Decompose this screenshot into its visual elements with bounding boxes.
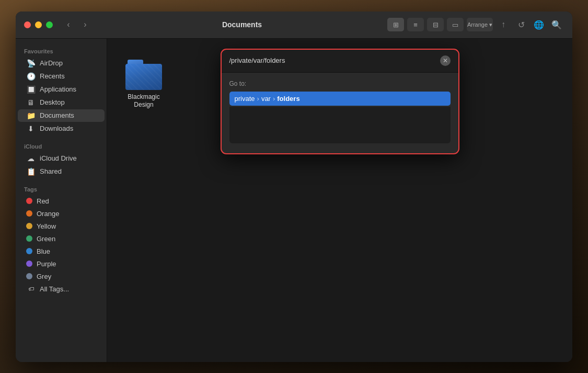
desktop-icon: 🖥 — [26, 98, 36, 107]
goto-close-button[interactable]: ✕ — [440, 55, 451, 66]
applications-icon: 🔲 — [26, 85, 36, 94]
breadcrumb-part-folders: folders — [277, 95, 299, 103]
sidebar-item-applications[interactable]: 🔲 Applications — [18, 83, 105, 96]
sidebar-item-recents[interactable]: 🕐 Recents — [18, 70, 105, 83]
recents-icon: 🕐 — [26, 72, 36, 81]
airdrop-icon[interactable]: 🌐 — [532, 18, 546, 31]
sidebar-item-all-tags[interactable]: 🏷 All Tags... — [18, 283, 105, 295]
rotate-icon[interactable]: ↺ — [514, 18, 528, 31]
sidebar-item-label: Documents — [40, 111, 74, 119]
yellow-dot — [26, 223, 32, 229]
goto-input-row[interactable]: private › var › folders — [229, 92, 451, 106]
nav-buttons: ‹ › — [61, 19, 93, 30]
breadcrumb-part-private: private — [235, 95, 255, 103]
maximize-button[interactable] — [46, 21, 53, 28]
sidebar-item-tag-yellow[interactable]: Yellow — [18, 220, 105, 232]
sidebar-item-label: Recents — [40, 72, 65, 80]
sidebar-item-label: Orange — [37, 210, 59, 218]
sidebar-item-label: Red — [37, 197, 49, 205]
sidebar-item-icloud-drive[interactable]: ☁ iCloud Drive — [18, 152, 105, 165]
purple-dot — [26, 261, 32, 267]
sidebar-item-label: Shared — [40, 167, 62, 175]
sidebar-item-label: Blue — [37, 247, 50, 255]
icloud-title: iCloud — [16, 140, 107, 152]
back-button[interactable]: ‹ — [61, 19, 76, 30]
window-title: Documents — [97, 20, 387, 29]
sidebar-item-label: Purple — [37, 260, 56, 268]
view-icon-grid[interactable]: ⊞ — [387, 18, 404, 31]
sidebar-item-airdrop[interactable]: 📡 AirDrop — [18, 57, 105, 70]
sidebar-item-tag-blue[interactable]: Blue — [18, 245, 105, 257]
sidebar-item-tag-green[interactable]: Green — [18, 233, 105, 245]
finder-window: ‹ › Documents ⊞ ≡ ⊟ ▭ Arrange ▾ ↑ ↺ 🌐 🔍 … — [16, 12, 572, 362]
goto-overlay: /private/var/folders ✕ Go to: private › … — [107, 39, 572, 362]
orange-dot — [26, 210, 32, 217]
forward-button[interactable]: › — [78, 19, 93, 30]
breadcrumb-part-var: var — [261, 95, 271, 103]
airdrop-icon: 📡 — [26, 59, 36, 67]
sidebar-item-shared[interactable]: 📋 Shared — [18, 165, 105, 178]
sidebar-item-tag-red[interactable]: Red — [18, 195, 105, 207]
shared-icon: 📋 — [26, 167, 36, 176]
goto-body: Go to: private › var › folders — [221, 73, 459, 154]
green-dot — [26, 235, 32, 242]
sidebar-item-label: Downloads — [40, 125, 73, 132]
toolbar-right: ⊞ ≡ ⊟ ▭ Arrange ▾ ↑ ↺ 🌐 🔍 — [387, 18, 564, 31]
sidebar: Favourites 📡 AirDrop 🕐 Recents 🔲 Applica… — [16, 39, 107, 362]
icloud-drive-icon: ☁ — [26, 154, 36, 163]
sidebar-item-label: Grey — [37, 273, 51, 280]
downloads-icon: ⬇ — [26, 125, 36, 133]
favourites-title: Favourites — [16, 45, 107, 56]
view-icon-gallery[interactable]: ▭ — [447, 18, 464, 31]
window-buttons — [24, 21, 53, 28]
close-button[interactable] — [24, 21, 31, 28]
sidebar-item-label: Yellow — [37, 222, 56, 230]
documents-icon: 📁 — [26, 111, 36, 120]
search-icon[interactable]: 🔍 — [549, 18, 564, 31]
sidebar-item-label: iCloud Drive — [40, 154, 77, 162]
sidebar-item-desktop[interactable]: 🖥 Desktop — [18, 96, 105, 109]
grey-dot — [26, 273, 32, 279]
sidebar-item-label: Applications — [40, 85, 76, 93]
all-tags-icon: 🏷 — [26, 286, 36, 292]
view-icon-column[interactable]: ⊟ — [427, 18, 444, 31]
sidebar-item-label: Desktop — [40, 98, 65, 106]
sidebar-item-tag-orange[interactable]: Orange — [18, 208, 105, 220]
sidebar-item-downloads[interactable]: ⬇ Downloads — [18, 122, 105, 135]
sidebar-item-documents[interactable]: 📁 Documents — [18, 109, 105, 122]
goto-path-title: /private/var/folders — [229, 56, 285, 64]
goto-dropdown-area — [229, 107, 451, 143]
sidebar-item-label: AirDrop — [40, 59, 63, 67]
view-icon-list[interactable]: ≡ — [407, 18, 424, 31]
goto-titlebar: /private/var/folders ✕ — [221, 49, 459, 73]
blue-dot — [26, 248, 32, 254]
sidebar-item-label: All Tags... — [40, 285, 69, 293]
goto-dialog: /private/var/folders ✕ Go to: private › … — [221, 49, 459, 154]
sidebar-item-label: Green — [37, 235, 55, 243]
share-icon[interactable]: ↑ — [496, 18, 511, 31]
finder-body: Favourites 📡 AirDrop 🕐 Recents 🔲 Applica… — [16, 39, 572, 362]
minimize-button[interactable] — [35, 21, 42, 28]
sidebar-item-tag-purple[interactable]: Purple — [18, 258, 105, 270]
titlebar: ‹ › Documents ⊞ ≡ ⊟ ▭ Arrange ▾ ↑ ↺ 🌐 🔍 — [16, 12, 572, 39]
red-dot — [26, 198, 32, 204]
goto-label: Go to: — [229, 80, 451, 87]
main-content: Blackmagic Design /private/var/folders ✕… — [107, 39, 572, 362]
breadcrumb-sep-1: › — [257, 95, 259, 103]
arrange-button[interactable]: Arrange ▾ — [467, 18, 493, 31]
sidebar-item-tag-grey[interactable]: Grey — [18, 270, 105, 282]
tags-title: Tags — [16, 183, 107, 195]
breadcrumb-sep-2: › — [273, 95, 275, 103]
